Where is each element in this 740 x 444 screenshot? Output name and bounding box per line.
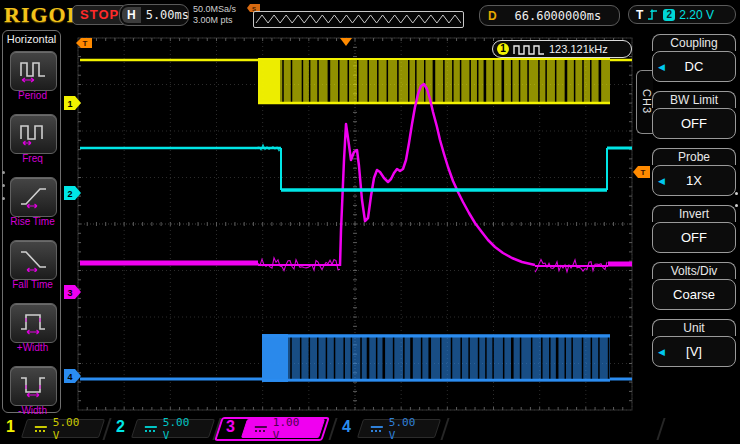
dc-coupling-icon: [35, 424, 47, 434]
divider: [440, 418, 449, 440]
menu-scroll-dots: [735, 192, 738, 207]
svg-text:T: T: [83, 39, 88, 48]
waveform-display[interactable]: 1432TT: [0, 0, 740, 444]
ch2-status[interactable]: 2 5.00 V: [112, 417, 214, 441]
left-arrow-icon: ◀: [658, 176, 665, 186]
volts-div-value-button[interactable]: Coarse: [652, 279, 736, 310]
invert-value-button[interactable]: OFF: [652, 222, 736, 253]
dc-coupling-icon: [371, 424, 383, 434]
unit-value-button[interactable]: ◀ [V]: [652, 336, 736, 367]
counter-source-badge: 1: [497, 43, 509, 55]
ch4-status[interactable]: 4 5.00 V: [338, 417, 440, 441]
volts-div-value: Coarse: [673, 287, 715, 302]
trigger-position-icon[interactable]: [340, 38, 352, 46]
divider: [656, 418, 665, 440]
ch3-status-selected[interactable]: 3 1.00 V: [222, 417, 324, 441]
menu-group-probe: Probe ◀ 1X: [652, 148, 736, 196]
menu-group-unit: Unit ◀ [V]: [652, 319, 736, 367]
svg-text:3: 3: [67, 288, 72, 298]
ch3-number: 3: [226, 418, 235, 436]
ch2-scale: 5.00 V: [163, 416, 201, 442]
ch4-scale: 5.00 V: [389, 416, 427, 442]
coupling-label: Coupling: [652, 34, 736, 51]
ch1-waveform: [80, 58, 632, 104]
channel-menu-tab[interactable]: CH3: [636, 70, 653, 134]
channel-status-bar: 1 5.00 V 2 5.00 V 3 1.00 V 4 5.00 V: [0, 415, 740, 444]
frequency-counter: 1 123.121kHz: [492, 40, 632, 58]
volts-div-label: Volts/Div: [652, 262, 736, 279]
svg-text:1: 1: [67, 99, 72, 109]
unit-label: Unit: [652, 319, 736, 336]
divider: [328, 418, 337, 440]
bw-limit-label: BW Limit: [652, 91, 736, 108]
ch4-number: 4: [342, 418, 351, 436]
menu-group-coupling: Coupling ◀ DC: [652, 34, 736, 82]
svg-text:2: 2: [67, 189, 72, 199]
invert-value: OFF: [681, 230, 707, 245]
ch4-waveform: [80, 334, 632, 382]
bw-limit-value: OFF: [681, 116, 707, 131]
square-wave-icon: [513, 44, 545, 55]
ch1-status[interactable]: 1 5.00 V: [2, 417, 104, 441]
ch2-number: 2: [116, 418, 125, 436]
counter-frequency-value: 123.121kHz: [549, 43, 608, 55]
left-arrow-icon: ◀: [658, 62, 665, 72]
ch1-scale: 5.00 V: [53, 416, 91, 442]
invert-label: Invert: [652, 205, 736, 222]
coupling-value: DC: [685, 59, 704, 74]
ch3-scale: 1.00 V: [273, 416, 311, 442]
dc-coupling-icon: [145, 424, 157, 434]
menu-group-invert: Invert OFF: [652, 205, 736, 253]
menu-group-bw-limit: BW Limit OFF: [652, 91, 736, 139]
menu-group-volts-div: Volts/Div Coarse: [652, 262, 736, 310]
svg-text:T: T: [641, 168, 646, 177]
unit-value: [V]: [686, 344, 702, 359]
left-arrow-icon: ◀: [658, 347, 665, 357]
bw-limit-value-button[interactable]: OFF: [652, 108, 736, 139]
ch1-number: 1: [6, 418, 15, 436]
probe-value: 1X: [686, 173, 702, 188]
probe-value-button[interactable]: ◀ 1X: [652, 165, 736, 196]
dc-coupling-icon: [255, 424, 267, 434]
probe-label: Probe: [652, 148, 736, 165]
coupling-value-button[interactable]: ◀ DC: [652, 51, 736, 82]
svg-text:4: 4: [67, 372, 72, 382]
channel-soft-menu: Coupling ◀ DC BW Limit OFF Probe ◀ 1X In…: [652, 34, 736, 376]
